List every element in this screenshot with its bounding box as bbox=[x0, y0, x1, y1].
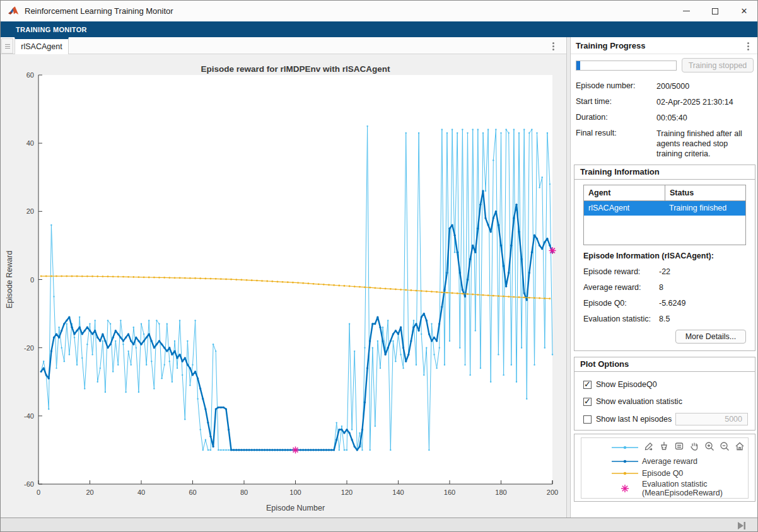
datatip-icon[interactable] bbox=[673, 440, 685, 452]
svg-text:Episode Reward: Episode Reward bbox=[5, 251, 14, 309]
show-last-n-episodes-option[interactable]: Show last N episodes bbox=[583, 415, 672, 424]
svg-text:60: 60 bbox=[26, 71, 34, 79]
title-bar: Reinforcement Learning Training Monitor … bbox=[1, 1, 758, 21]
export-icon[interactable] bbox=[643, 440, 655, 452]
close-button[interactable]: ✕ bbox=[730, 1, 758, 21]
duration-row: Duration: 00:05:40 bbox=[576, 113, 754, 123]
start-time-value: 02-Apr-2025 21:30:14 bbox=[656, 97, 754, 107]
episode-number-label: Episode number: bbox=[576, 81, 656, 91]
episode-q0-label: Episode Q0: bbox=[583, 299, 659, 308]
figure-panel-menu-button[interactable] bbox=[549, 40, 557, 52]
episode-reward-value: -22 bbox=[659, 267, 670, 276]
axes-toolbar bbox=[641, 439, 747, 453]
average-reward-line-sample bbox=[612, 458, 638, 465]
minimize-icon bbox=[683, 11, 690, 11]
training-stopped-button[interactable]: Training stopped bbox=[682, 58, 754, 72]
show-evaluation-statistic-label: Show evaluation statistic bbox=[596, 397, 682, 406]
svg-text:80: 80 bbox=[240, 489, 248, 496]
zoom-out-icon[interactable] bbox=[718, 440, 730, 452]
panel-splitter[interactable] bbox=[566, 37, 571, 518]
final-result-row: Final result: Training finished after al… bbox=[576, 129, 754, 159]
episode-q0-row: Episode Q0: -5.6249 bbox=[583, 299, 747, 308]
status-cell: Training finished bbox=[665, 201, 745, 216]
start-time-label: Start time: bbox=[576, 97, 656, 107]
evaluation-statistic-label: Evaluation statistic: bbox=[583, 315, 659, 323]
svg-text:0: 0 bbox=[30, 276, 34, 284]
panel-grip-icon[interactable] bbox=[1, 38, 13, 54]
legend-section: Episode reward Average reward Episode Q0 bbox=[574, 434, 755, 502]
table-row[interactable]: rlSACAgent Training finished bbox=[584, 201, 745, 216]
svg-text:20: 20 bbox=[26, 207, 34, 215]
legend-entry-evaluation-statistic: Evaluation statistic (MeanEpisodeReward) bbox=[612, 480, 723, 497]
last-n-episodes-input[interactable] bbox=[675, 413, 748, 425]
training-information-section: Training Information Agent Status rlSACA… bbox=[574, 165, 755, 351]
svg-text:-60: -60 bbox=[24, 480, 34, 488]
plot-options-title: Plot Options bbox=[574, 357, 755, 372]
show-last-n-episodes-checkbox[interactable] bbox=[583, 415, 592, 424]
legend-entry-average-reward: Average reward bbox=[612, 457, 697, 466]
window-title: Reinforcement Learning Training Monitor bbox=[25, 6, 173, 16]
pan-icon[interactable] bbox=[688, 440, 700, 452]
svg-text:120: 120 bbox=[341, 489, 353, 496]
svg-text:100: 100 bbox=[289, 489, 301, 496]
toolstrip-ribbon: TRAINING MONITOR bbox=[1, 21, 758, 37]
horizontal-scrollbar[interactable] bbox=[1, 518, 758, 532]
evaluation-statistic-marker-sample bbox=[612, 482, 638, 495]
final-result-label: Final result: bbox=[576, 129, 656, 159]
figure-panel: 020406080100120140160180200-60-40-200204… bbox=[1, 54, 566, 518]
duration-value: 00:05:40 bbox=[656, 113, 754, 123]
agent-status-table[interactable]: Agent Status rlSACAgent Training finishe… bbox=[583, 185, 746, 245]
legend-label: Evaluation statistic (MeanEpisodeReward) bbox=[642, 480, 723, 497]
home-icon[interactable] bbox=[733, 440, 745, 452]
status-column-header: Status bbox=[665, 185, 745, 201]
episode-number-row: Episode number: 200/5000 bbox=[576, 81, 754, 91]
more-details-button[interactable]: More Details... bbox=[675, 330, 746, 344]
show-evaluation-statistic-checkbox[interactable] bbox=[583, 398, 592, 406]
duration-label: Duration: bbox=[576, 113, 656, 123]
average-reward-row: Average reward: 8 bbox=[583, 283, 747, 292]
training-reward-chart[interactable]: 020406080100120140160180200-60-40-200204… bbox=[1, 54, 566, 518]
progress-panel-menu-button[interactable] bbox=[743, 40, 752, 52]
episode-information-title: Episode Information (rlSACAgent): bbox=[583, 252, 714, 260]
show-last-n-episodes-label: Show last N episodes bbox=[596, 415, 672, 424]
svg-text:20: 20 bbox=[86, 489, 93, 496]
training-progress-fill bbox=[576, 61, 580, 70]
legend-entry-episode-q0: Episode Q0 bbox=[612, 469, 683, 478]
evaluation-statistic-row: Evaluation statistic: 8.5 bbox=[583, 315, 747, 323]
sidebar-title: Training Progress bbox=[576, 41, 646, 50]
show-episodeq0-option[interactable]: Show EpisodeQ0 bbox=[583, 380, 657, 389]
tab-rlsacagent[interactable]: rlSACAgent bbox=[15, 37, 69, 54]
maximize-icon bbox=[712, 8, 718, 14]
svg-text:180: 180 bbox=[495, 489, 506, 496]
svg-text:-20: -20 bbox=[24, 344, 34, 352]
skip-to-end-icon[interactable] bbox=[736, 521, 747, 531]
close-icon: ✕ bbox=[741, 7, 748, 15]
zoom-in-icon[interactable] bbox=[703, 440, 715, 452]
plot-options-section: Plot Options Show EpisodeQ0 Show evaluat… bbox=[574, 357, 755, 431]
minimize-button[interactable] bbox=[672, 1, 701, 21]
episode-number-value: 200/5000 bbox=[656, 81, 754, 91]
legend-label: Episode Q0 bbox=[642, 469, 683, 478]
episode-q0-line-sample bbox=[612, 470, 638, 477]
final-result-value: Training finished after all agents reach… bbox=[656, 129, 754, 159]
show-evaluation-statistic-option[interactable]: Show evaluation statistic bbox=[583, 397, 682, 406]
episode-q0-value: -5.6249 bbox=[659, 299, 685, 308]
training-information-title: Training Information bbox=[574, 165, 755, 180]
sidebar-header: Training Progress bbox=[571, 37, 758, 54]
svg-text:Episode reward for rlMDPEnv wi: Episode reward for rlMDPEnv with rlSACAg… bbox=[201, 64, 390, 74]
show-episodeq0-label: Show EpisodeQ0 bbox=[596, 380, 657, 389]
episode-reward-row: Episode reward: -22 bbox=[583, 267, 747, 276]
agent-column-header: Agent bbox=[584, 185, 665, 201]
legend-label: Average reward bbox=[642, 457, 697, 466]
training-progress-bar bbox=[576, 61, 677, 71]
maximize-button[interactable] bbox=[701, 1, 730, 21]
show-episodeq0-checkbox[interactable] bbox=[583, 381, 592, 389]
svg-text:140: 140 bbox=[392, 489, 404, 496]
brush-icon[interactable] bbox=[658, 440, 670, 452]
start-time-row: Start time: 02-Apr-2025 21:30:14 bbox=[576, 97, 754, 107]
svg-text:40: 40 bbox=[26, 139, 34, 147]
table-header-row: Agent Status bbox=[584, 185, 745, 201]
chart-legend: Episode reward Average reward Episode Q0 bbox=[581, 437, 749, 499]
svg-text:200: 200 bbox=[547, 489, 558, 496]
svg-text:60: 60 bbox=[189, 489, 196, 496]
